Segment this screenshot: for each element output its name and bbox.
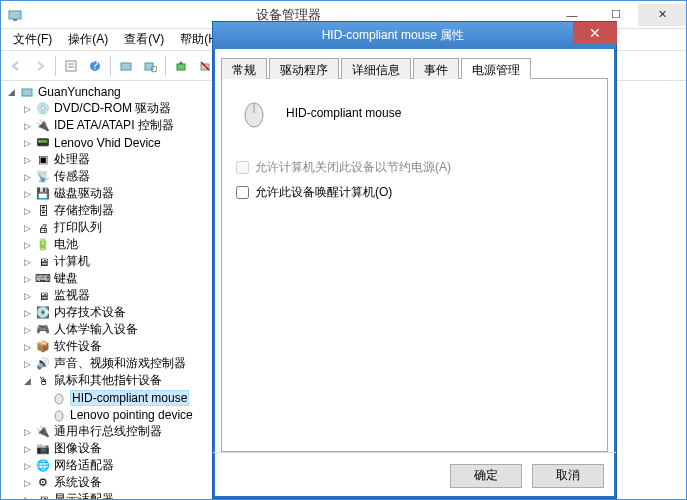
device-category-icon: 🖱 bbox=[35, 373, 51, 389]
expand-icon[interactable]: ▷ bbox=[21, 188, 33, 200]
expand-icon[interactable]: ▷ bbox=[21, 324, 33, 336]
device-category-icon: 🔋 bbox=[35, 237, 51, 253]
device-category-icon: ▣ bbox=[35, 152, 51, 168]
tree-item-label: 磁盘驱动器 bbox=[54, 185, 114, 202]
allow-wake-checkbox[interactable]: 允许此设备唤醒计算机(O) bbox=[236, 184, 593, 201]
update-driver-button[interactable] bbox=[170, 55, 192, 77]
expand-icon[interactable] bbox=[37, 392, 49, 404]
app-icon bbox=[7, 7, 23, 23]
allow-wake-label: 允许此设备唤醒计算机(O) bbox=[255, 184, 392, 201]
tree-item-label: 电池 bbox=[54, 236, 78, 253]
device-category-icon: 🖨 bbox=[35, 220, 51, 236]
device-category-icon: ⌨ bbox=[35, 271, 51, 287]
tree-item-label: Lenovo pointing device bbox=[70, 408, 193, 422]
device-category-icon: ⚙ bbox=[35, 475, 51, 491]
properties-button[interactable] bbox=[60, 55, 82, 77]
expand-icon[interactable]: ▷ bbox=[21, 239, 33, 251]
tree-item-label: 监视器 bbox=[54, 287, 90, 304]
tree-item-label: 图像设备 bbox=[54, 440, 102, 457]
tree-item-label: 内存技术设备 bbox=[54, 304, 126, 321]
tree-item-label: GuanYunchang bbox=[38, 85, 121, 99]
tree-item-label: 打印队列 bbox=[54, 219, 102, 236]
device-category-icon: 🌐 bbox=[35, 458, 51, 474]
dialog-close-button[interactable]: ✕ bbox=[573, 22, 617, 44]
expand-icon[interactable]: ◢ bbox=[5, 86, 17, 98]
tree-item-label: 人体学输入设备 bbox=[54, 321, 138, 338]
tree-item-label: 声音、视频和游戏控制器 bbox=[54, 355, 186, 372]
ok-button[interactable]: 确定 bbox=[450, 464, 522, 488]
help-button[interactable]: ? bbox=[84, 55, 106, 77]
device-category-icon: 💿 bbox=[35, 101, 51, 117]
svg-text:?: ? bbox=[92, 59, 99, 72]
tab-details[interactable]: 详细信息 bbox=[341, 58, 411, 79]
allow-wake-input[interactable] bbox=[236, 186, 249, 199]
svg-rect-7 bbox=[121, 63, 131, 70]
device-category-icon: 📡 bbox=[35, 169, 51, 185]
expand-icon[interactable]: ▷ bbox=[21, 273, 33, 285]
device-category-icon bbox=[51, 390, 67, 406]
tree-item-label: 鼠标和其他指针设备 bbox=[54, 372, 162, 389]
device-name-label: HID-compliant mouse bbox=[286, 106, 401, 120]
menu-file[interactable]: 文件(F) bbox=[5, 29, 60, 50]
dialog-title: HID-compliant mouse 属性 bbox=[213, 27, 573, 44]
tree-item-label: HID-compliant mouse bbox=[70, 390, 189, 406]
tree-item-label: 系统设备 bbox=[54, 474, 102, 491]
svg-rect-1 bbox=[13, 19, 17, 21]
expand-icon[interactable]: ▷ bbox=[21, 426, 33, 438]
tab-driver[interactable]: 驱动程序 bbox=[269, 58, 339, 79]
expand-icon[interactable]: ▷ bbox=[21, 137, 33, 149]
device-category-icon: 🖥 bbox=[35, 288, 51, 304]
cancel-button[interactable]: 取消 bbox=[532, 464, 604, 488]
tree-item-label: 通用串行总线控制器 bbox=[54, 423, 162, 440]
expand-icon[interactable]: ▷ bbox=[21, 171, 33, 183]
tree-item-label: 存储控制器 bbox=[54, 202, 114, 219]
allow-power-off-label: 允许计算机关闭此设备以节约电源(A) bbox=[255, 159, 451, 176]
close-button[interactable]: ✕ bbox=[638, 4, 686, 26]
svg-point-17 bbox=[55, 411, 63, 421]
refresh-button[interactable] bbox=[115, 55, 137, 77]
expand-icon[interactable] bbox=[37, 409, 49, 421]
expand-icon[interactable]: ▷ bbox=[21, 120, 33, 132]
expand-icon[interactable]: ▷ bbox=[21, 460, 33, 472]
expand-icon[interactable]: ▷ bbox=[21, 341, 33, 353]
power-tab-panel: HID-compliant mouse 允许计算机关闭此设备以节约电源(A) 允… bbox=[221, 79, 608, 452]
allow-power-off-checkbox: 允许计算机关闭此设备以节约电源(A) bbox=[236, 159, 593, 176]
expand-icon[interactable]: ▷ bbox=[21, 256, 33, 268]
expand-icon[interactable]: ▷ bbox=[21, 307, 33, 319]
nav-forward-button[interactable] bbox=[29, 55, 51, 77]
device-category-icon: 🔌 bbox=[35, 424, 51, 440]
expand-icon[interactable]: ◢ bbox=[21, 375, 33, 387]
allow-power-off-input bbox=[236, 161, 249, 174]
tree-item-label: Lenovo Vhid Device bbox=[54, 136, 161, 150]
expand-icon[interactable]: ▷ bbox=[21, 222, 33, 234]
tab-general[interactable]: 常规 bbox=[221, 58, 267, 79]
nav-back-button[interactable] bbox=[5, 55, 27, 77]
device-category-icon: 🔌 bbox=[35, 118, 51, 134]
expand-icon[interactable]: ▷ bbox=[21, 154, 33, 166]
device-category-icon: 🎮 bbox=[35, 322, 51, 338]
menu-view[interactable]: 查看(V) bbox=[116, 29, 172, 50]
device-header: HID-compliant mouse bbox=[236, 95, 593, 131]
dialog-titlebar[interactable]: HID-compliant mouse 属性 ✕ bbox=[213, 22, 616, 49]
expand-icon[interactable]: ▷ bbox=[21, 290, 33, 302]
tree-item-label: 网络适配器 bbox=[54, 457, 114, 474]
tree-item-label: 传感器 bbox=[54, 168, 90, 185]
expand-icon[interactable]: ▷ bbox=[21, 443, 33, 455]
device-category-icon: 💾 bbox=[35, 186, 51, 202]
properties-dialog: HID-compliant mouse 属性 ✕ 常规 驱动程序 详细信息 事件… bbox=[212, 21, 617, 499]
expand-icon[interactable]: ▷ bbox=[21, 494, 33, 500]
svg-rect-0 bbox=[9, 11, 21, 19]
device-category-icon bbox=[19, 84, 35, 100]
expand-icon[interactable]: ▷ bbox=[21, 103, 33, 115]
expand-icon[interactable]: ▷ bbox=[21, 477, 33, 489]
tab-events[interactable]: 事件 bbox=[413, 58, 459, 79]
menu-action[interactable]: 操作(A) bbox=[60, 29, 116, 50]
tab-power[interactable]: 电源管理 bbox=[461, 58, 531, 79]
device-category-icon: 🔊 bbox=[35, 356, 51, 372]
expand-icon[interactable]: ▷ bbox=[21, 358, 33, 370]
svg-rect-15 bbox=[22, 89, 32, 96]
scan-button[interactable] bbox=[139, 55, 161, 77]
device-category-icon: 🗄 bbox=[35, 203, 51, 219]
expand-icon[interactable]: ▷ bbox=[21, 205, 33, 217]
tree-item-label: 键盘 bbox=[54, 270, 78, 287]
